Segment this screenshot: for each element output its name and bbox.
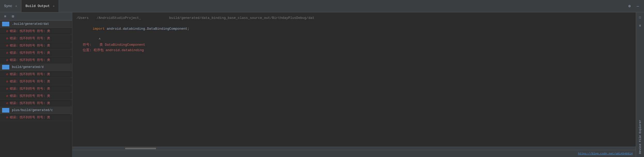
error-group-2-header[interactable]: build/generated/d	[0, 64, 72, 71]
error-circle-icon: ⊘	[6, 101, 8, 105]
caret-line: ^	[76, 37, 632, 42]
error-item[interactable]: ⊘ 错误: 找不到符号 符号: 类	[0, 49, 72, 57]
status-bar: https://blog.csdn.net/u014540814	[72, 150, 636, 157]
error-circle-icon: ⊘	[6, 115, 8, 120]
group1-indicator	[2, 22, 9, 26]
error-item[interactable]: ⊘ 错误: 找不到符号 符号: 类	[0, 28, 72, 35]
settings-icon[interactable]: ⚙	[626, 3, 633, 9]
minimize-icon[interactable]: —	[635, 3, 641, 9]
error-circle-icon: ⊘	[6, 87, 8, 91]
right-sidebar: □ ≡ Device File Explorer	[636, 12, 644, 157]
error-item[interactable]: ⊘ 错误: 找不到符号 符号: 类	[0, 42, 72, 49]
error-circle-icon: ⊘	[6, 58, 8, 62]
error-text: 错误: 找不到符号 符号: 类	[10, 43, 50, 48]
tab-sync[interactable]: Sync ✕	[0, 0, 21, 12]
error-group-3-header[interactable]: plus/build/generated/c	[0, 107, 72, 114]
location-label: 位置: 程序包 android.databinding	[76, 48, 632, 53]
group3-header-text: plus/build/generated/c	[12, 108, 53, 112]
error-text: 错误: 找不到符号 符号: 类	[10, 51, 50, 55]
group2-header-text: build/generated/d	[12, 65, 43, 69]
error-text: 错误: 找不到符号 符号: 类	[10, 79, 50, 84]
error-circle-icon: ⊘	[6, 51, 8, 55]
error-item[interactable]: ⊘ 错误: 找不到符号 符号: 类	[0, 100, 72, 107]
import-path: android.databinding.DataBindingComponent…	[107, 27, 189, 31]
error-item[interactable]: ⊘ 错误: 找不到符号 符号: 类	[0, 114, 72, 121]
left-panel: ≡ ⊟ .build/generated/dat ⊘ 错误: 找不到符号 符号:…	[0, 12, 72, 157]
horizontal-scrollbar[interactable]	[72, 147, 636, 150]
symbol-label: 符号: 类 DataBindingComponent	[76, 42, 632, 48]
error-text: 错误: 找不到符号 符号: 类	[10, 115, 50, 120]
group3-indicator	[2, 108, 9, 113]
import-line: import android.databinding.DataBindingCo…	[76, 21, 632, 37]
tab-build-output-label: Build Output	[26, 4, 50, 8]
tab-build-output[interactable]: Build Output ✕	[21, 0, 59, 12]
error-text: 错误: 找不到符号 符号: 类	[10, 94, 50, 98]
main-container: ≡ ⊟ .build/generated/dat ⊘ 错误: 找不到符号 符号:…	[0, 12, 644, 157]
sidebar-icon-filter[interactable]: ≡	[637, 23, 643, 29]
error-text: 错误: 找不到符号 符号: 类	[10, 58, 50, 62]
error-text: 错误: 找不到符号 符号: 类	[10, 72, 50, 76]
tab-sync-close[interactable]: ✕	[15, 4, 17, 8]
filter-icon[interactable]: ≡	[2, 13, 8, 20]
tab-sync-label: Sync	[4, 4, 12, 8]
right-panel: /Users /AndroidStudioProject_ build/gene…	[72, 12, 636, 157]
horizontal-scrollbar-thumb[interactable]	[125, 148, 156, 149]
tab-bar: Sync ✕ Build Output ✕ ⚙ —	[0, 0, 644, 12]
code-view[interactable]: /Users /AndroidStudioProject_ build/gene…	[72, 12, 636, 147]
tab-build-output-close[interactable]: ✕	[53, 4, 55, 8]
import-keyword: import	[93, 27, 107, 31]
error-circle-icon: ⊘	[6, 36, 8, 41]
error-text: 错误: 找不到符号 符号: 类	[10, 36, 50, 41]
error-circle-icon: ⊘	[6, 80, 8, 84]
path-line: /Users /AndroidStudioProject_ build/gene…	[76, 15, 632, 21]
error-item[interactable]: ⊘ 错误: 找不到符号 符号: 类	[0, 71, 72, 78]
error-text: 错误: 找不到符号 符号: 类	[10, 87, 50, 91]
status-bar-link[interactable]: https://blog.csdn.net/u014540814	[578, 152, 633, 155]
group1-header-text: .build/generated/dat	[12, 22, 49, 26]
device-file-explorer-label[interactable]: Device File Explorer	[639, 120, 642, 154]
error-circle-icon: ⊘	[6, 29, 8, 33]
filter2-icon[interactable]: ⊟	[10, 13, 16, 20]
error-list[interactable]: .build/generated/dat ⊘ 错误: 找不到符号 符号: 类 ⊘…	[0, 21, 72, 157]
error-group-1-header[interactable]: .build/generated/dat	[0, 21, 72, 28]
sidebar-icon-top[interactable]: □	[637, 14, 643, 21]
error-item[interactable]: ⊘ 错误: 找不到符号 符号: 类	[0, 78, 72, 85]
error-item[interactable]: ⊘ 错误: 找不到符号 符号: 类	[0, 85, 72, 92]
error-circle-icon: ⊘	[6, 44, 8, 48]
error-circle-icon: ⊘	[6, 72, 8, 76]
group2-indicator	[2, 65, 9, 69]
error-circle-icon: ⊘	[6, 94, 8, 98]
error-item[interactable]: ⊘ 错误: 找不到符号 符号: 类	[0, 57, 72, 64]
tab-bar-actions: ⚙ —	[626, 3, 644, 9]
error-item[interactable]: ⊘ 错误: 找不到符号 符号: 类	[0, 92, 72, 100]
left-panel-toolbar: ≡ ⊟	[0, 12, 72, 21]
error-item[interactable]: ⊘ 错误: 找不到符号 符号: 类	[0, 35, 72, 42]
error-text: 错误: 找不到符号 符号: 类	[10, 29, 50, 33]
error-text: 错误: 找不到符号 符号: 类	[10, 101, 50, 105]
